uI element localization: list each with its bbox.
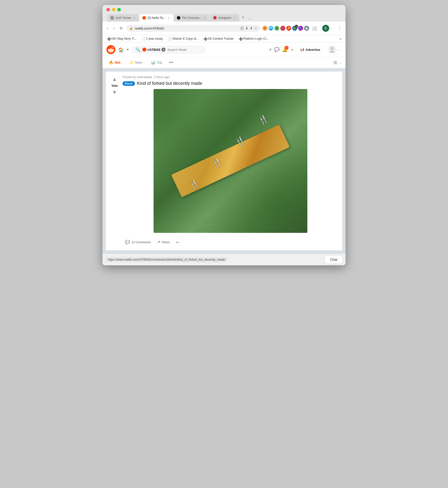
ext-icon-grammarly[interactable]: G: [274, 26, 279, 31]
popular-feed-btn[interactable]: ↗: [268, 47, 272, 52]
advertise-button[interactable]: 📢 Advertise: [297, 46, 323, 53]
reddit-profile-chevron: ⌄: [337, 48, 339, 51]
ext-icon-reddit[interactable]: 👾: [280, 26, 285, 31]
bookmark-platform[interactable]: ➕ Platform Login Cr...: [237, 36, 270, 41]
post-flair[interactable]: Decor: [123, 81, 135, 86]
upvote-btn[interactable]: ▲: [111, 75, 118, 83]
tab-close-instagram[interactable]: ✕: [233, 16, 236, 20]
back-button[interactable]: ‹: [105, 25, 110, 31]
tab-icon-instagram: [213, 16, 217, 20]
chrome-menu[interactable]: ⋮: [337, 25, 343, 32]
new-tab-button[interactable]: +: [240, 14, 247, 21]
subreddit-badge: r/ATBGE ✕: [142, 48, 165, 52]
reddit-avatar: [328, 46, 336, 54]
reddit-profile-btn[interactable]: ⌄: [326, 44, 342, 55]
key-icon[interactable]: ⚿: [240, 26, 244, 30]
comments-btn[interactable]: 💬 12 Comments: [123, 238, 154, 246]
tab-close-crossword[interactable]: ✕: [203, 16, 207, 20]
search-bar[interactable]: 🔍 r/ATBGE ✕: [132, 46, 205, 54]
minimize-button[interactable]: [112, 8, 115, 11]
reddit-logo[interactable]: [106, 45, 115, 54]
search-icon: 🔍: [135, 47, 140, 52]
ext-icon-19[interactable]: 🧩 19: [292, 26, 297, 31]
share-btn[interactable]: ↗ Share: [155, 238, 172, 246]
sort-new-label: New: [135, 61, 142, 64]
sort-top-btn[interactable]: 📊 Top: [148, 59, 165, 66]
bookmark-icon-platform: ➕: [239, 37, 242, 40]
sort-new-icon: ✨: [129, 61, 133, 64]
lock-icon: 🔒: [129, 27, 133, 30]
comments-icon: 💬: [125, 240, 130, 244]
sort-more-btn[interactable]: •••: [169, 60, 173, 65]
bookmark-vitamine[interactable]: 📄 Vitamin E Copy of...: [166, 36, 200, 41]
create-post-btn[interactable]: ＋: [290, 47, 294, 53]
sort-top-icon: 📊: [151, 61, 155, 64]
forward-button[interactable]: ›: [112, 25, 116, 31]
sort-layout: ⊞ ⌄: [333, 60, 342, 65]
page-content: ▲ Vote ▼ Posted by u/intrablade 2 hours …: [102, 68, 346, 254]
sort-bar: 🔥 Hot ✨ New 📊 Top ••• ⊞ ⌄: [102, 57, 346, 68]
sort-hot-btn[interactable]: 🔥 Hot: [106, 59, 123, 66]
share-icon[interactable]: ⬆: [250, 26, 253, 30]
bookmark-essay[interactable]: 📄 1 year essay: [140, 36, 164, 41]
search-input[interactable]: [167, 48, 202, 52]
ext-icon-key[interactable]: 🔑: [286, 26, 291, 31]
ext-icon-puzzle[interactable]: 🔧: [298, 26, 303, 31]
bookmark-oktracker[interactable]: ➕ Ok Content Tracker: [202, 36, 235, 41]
post-image-container[interactable]: 🍴 🍴 🍴 🍴: [154, 89, 307, 233]
advertise-icon: 📢: [300, 48, 304, 52]
notifications-btn[interactable]: 🔔 2: [282, 47, 288, 52]
layout-card-icon[interactable]: ⊞: [333, 60, 337, 65]
vote-label: Vote: [111, 84, 118, 88]
post-card: ▲ Vote ▼ Posted by u/intrablade 2 hours …: [105, 71, 343, 251]
bookmark-label-okmag: OK! Mag Story Ti...: [111, 37, 136, 40]
tab-close-josh[interactable]: ✕: [132, 16, 136, 20]
bookmarks-more[interactable]: »: [339, 36, 343, 41]
downvote-btn[interactable]: ▼: [111, 89, 118, 96]
reload-button[interactable]: ↻: [118, 25, 124, 32]
download-icon[interactable]: ⬇: [245, 26, 248, 30]
tab-josh-turner[interactable]: Josh Turner ✕: [107, 14, 139, 22]
community-dropdown[interactable]: ▼: [126, 48, 129, 51]
more-actions-btn[interactable]: •••: [173, 239, 182, 246]
tab-awful-taste[interactable]: (2) Awful Ta... ✕: [139, 14, 173, 22]
subreddit-remove-btn[interactable]: ✕: [161, 48, 165, 52]
sidebar-toggle[interactable]: ⬜: [311, 25, 318, 32]
subreddit-icon: [142, 48, 146, 52]
bookmark-icon-oktracker: ➕: [203, 37, 207, 40]
chat-icon-btn[interactable]: 💬: [274, 47, 280, 52]
status-url: https://www.reddit.com/r/ATBGE/comments/…: [105, 257, 228, 262]
post-main: Posted by u/intrablade 2 hours ago Decor…: [123, 75, 338, 246]
bookmark-label-oktracker: Ok Content Tracker: [208, 37, 234, 40]
ext-icon-1[interactable]: 🦊: [262, 26, 267, 31]
ext-icon-sidebar[interactable]: 📋: [304, 26, 309, 31]
bookmark-label-vitamine: Vitamin E Copy of...: [172, 37, 198, 40]
posted-by: Posted by u/intrablade: [123, 75, 152, 79]
home-icon[interactable]: 🏠: [118, 47, 123, 52]
sort-new-btn[interactable]: ✨ New: [127, 59, 144, 66]
sort-hot-icon: 🔥: [109, 61, 113, 64]
tab-instagram[interactable]: Instagram ✕: [210, 14, 239, 22]
profile-menu[interactable]: C ⌄: [320, 24, 335, 33]
star-icon[interactable]: ☆: [254, 26, 257, 30]
address-bar[interactable]: 🔒 reddit.com/r/ATBGE/ ⚿ ⬇ ⬆ ☆: [126, 25, 260, 32]
sort-top-label: Top: [157, 61, 162, 64]
bookmark-okmag[interactable]: ➕ OK! Mag Story Ti...: [105, 36, 138, 41]
tab-crossword[interactable]: The Crosswo... ✕: [174, 14, 210, 22]
maximize-button[interactable]: [117, 8, 121, 11]
notification-count: 2: [285, 46, 288, 50]
browser-window: Josh Turner ✕ (2) Awful Ta... ✕ The Cros…: [102, 5, 346, 265]
profile-chevron: ⌄: [330, 27, 332, 30]
layout-chevron[interactable]: ⌄: [339, 61, 342, 64]
share-icon: ↗: [157, 240, 160, 244]
tab-close-awful[interactable]: ✕: [167, 16, 170, 20]
sort-hot-label: Hot: [115, 61, 120, 64]
ext-icon-2[interactable]: 🌊: [268, 26, 273, 31]
post-time: 2 hours ago: [154, 75, 169, 79]
tab-label-josh: Josh Turner: [115, 16, 131, 20]
tab-more-button[interactable]: ⌄: [247, 15, 253, 21]
close-button[interactable]: [106, 8, 110, 11]
chat-button[interactable]: Chat: [325, 255, 343, 264]
bookmark-icon-essay: 📄: [141, 37, 145, 40]
tab-label-crossword: The Crosswo...: [182, 16, 202, 20]
